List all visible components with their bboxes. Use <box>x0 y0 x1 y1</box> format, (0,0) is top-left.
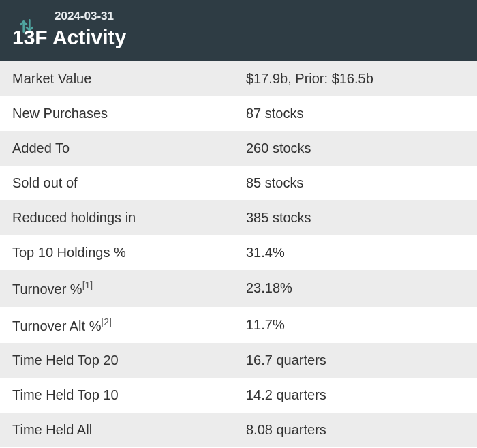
row-label-text: New Purchases <box>12 106 108 121</box>
table-row: Turnover %[1]23.18% <box>0 270 477 307</box>
row-label-text: Market Value <box>12 71 91 86</box>
table-row: Sold out of85 stocks <box>0 166 477 200</box>
table-row: Top 10 Holdings %31.4% <box>0 235 477 270</box>
row-label-text: Added To <box>12 140 70 155</box>
footnote-ref: [2] <box>101 316 112 327</box>
table-row: Market Value$17.9b, Prior: $16.5b <box>0 61 477 96</box>
table-row: Added To260 stocks <box>0 131 477 166</box>
row-label-text: Reduced holdings in <box>12 210 136 225</box>
row-label-text: Time Held All <box>12 422 92 437</box>
row-value: $17.9b, Prior: $16.5b <box>234 61 477 96</box>
row-value: 14.2 quarters <box>234 378 477 413</box>
table-row: Reduced holdings in385 stocks <box>0 200 477 235</box>
row-value: 8.08 quarters <box>234 413 477 447</box>
row-label: Top 10 Holdings % <box>0 235 234 270</box>
header: 2024-03-31 13F Activity <box>0 0 477 61</box>
table-row: Time Held Top 2016.7 quarters <box>0 343 477 378</box>
row-label: Time Held Top 10 <box>0 378 234 413</box>
table-row: New Purchases87 stocks <box>0 96 477 131</box>
table-row: Turnover Alt %[2]11.7% <box>0 307 477 344</box>
footnote-ref: [1] <box>82 280 93 290</box>
row-label-text: Time Held Top 10 <box>12 387 119 402</box>
header-date: 2024-03-31 <box>55 10 465 23</box>
row-value: 385 stocks <box>234 200 477 235</box>
row-label: Market Value <box>0 61 234 96</box>
row-value: 260 stocks <box>234 131 477 166</box>
activity-table: Market Value$17.9b, Prior: $16.5bNew Pur… <box>0 61 477 447</box>
row-label: Reduced holdings in <box>0 200 234 235</box>
row-label-text: Sold out of <box>12 175 78 190</box>
table-row: Time Held All8.08 quarters <box>0 413 477 447</box>
row-label: New Purchases <box>0 96 234 131</box>
row-value: 23.18% <box>234 270 477 307</box>
row-label: Time Held Top 20 <box>0 343 234 378</box>
row-label: Turnover %[1] <box>0 270 234 307</box>
row-label: Time Held All <box>0 413 234 447</box>
row-value: 85 stocks <box>234 166 477 200</box>
row-label-text: Turnover Alt % <box>12 318 101 333</box>
row-value: 11.7% <box>234 307 477 344</box>
row-label-text: Time Held Top 20 <box>12 353 119 368</box>
row-label: Added To <box>0 131 234 166</box>
row-label: Turnover Alt %[2] <box>0 307 234 344</box>
row-value: 87 stocks <box>234 96 477 131</box>
row-value: 31.4% <box>234 235 477 270</box>
table-row: Time Held Top 1014.2 quarters <box>0 378 477 413</box>
swap-vertical-icon <box>18 17 35 35</box>
row-label: Sold out of <box>0 166 234 200</box>
row-label-text: Top 10 Holdings % <box>12 245 126 260</box>
row-label-text: Turnover % <box>12 282 82 297</box>
row-value: 16.7 quarters <box>234 343 477 378</box>
